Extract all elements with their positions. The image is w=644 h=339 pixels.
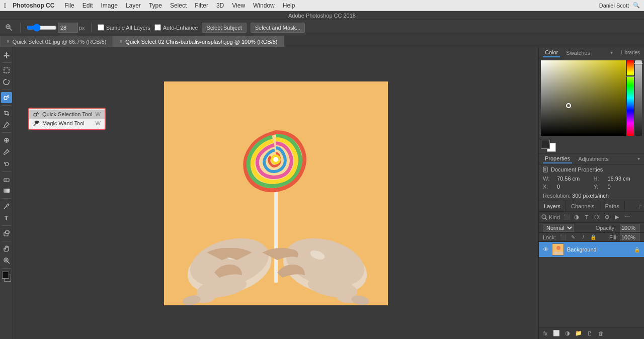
- menu-image[interactable]: Image: [97, 0, 121, 11]
- tooltip-magic-wand-label: Magic Wand Tool: [42, 120, 85, 126]
- layer-visibility-eye[interactable]: 👁: [543, 246, 549, 253]
- layers-tab[interactable]: Layers: [539, 201, 566, 211]
- layers-panel-menu[interactable]: ≡: [637, 201, 644, 211]
- lasso-tool[interactable]: [1, 76, 12, 88]
- select-mask-button[interactable]: Select and Mask...: [251, 23, 305, 33]
- menu-type[interactable]: Type: [145, 0, 166, 11]
- tab-doc-2[interactable]: × Quick Select 02 Chris-barbalis-unsplas…: [113, 36, 284, 47]
- auto-enhance-label: Auto-Enhance: [163, 25, 198, 31]
- delete-layer-icon[interactable]: 🗑: [596, 329, 605, 338]
- menu-view[interactable]: View: [228, 0, 249, 11]
- more-icon[interactable]: ⋯: [622, 213, 631, 222]
- healing-tool[interactable]: [1, 135, 12, 146]
- eyedropper-tool[interactable]: [1, 119, 12, 130]
- menu-layer[interactable]: Layer: [122, 0, 145, 11]
- blend-mode-select[interactable]: Normal: [543, 224, 574, 232]
- foreground-color-box[interactable]: [541, 140, 550, 149]
- paths-tab[interactable]: Paths: [600, 201, 625, 211]
- lock-position-icon[interactable]: ✎: [569, 233, 577, 241]
- shape-tool[interactable]: [1, 228, 12, 239]
- clone-tool[interactable]: [1, 158, 12, 169]
- hue-slider[interactable]: [627, 60, 634, 136]
- tool-sep-2: [2, 90, 11, 90]
- tab-doc-1[interactable]: × Quick Select 01.jpg @ 66.7% (RGB/8): [0, 36, 113, 47]
- title-text: Adobe Photoshop CC 2018: [288, 13, 356, 19]
- channels-tab[interactable]: Channels: [566, 201, 600, 211]
- brush-tool[interactable]: [1, 146, 12, 157]
- apple-icon[interactable]: : [4, 2, 7, 10]
- y-label: Y:: [594, 184, 604, 190]
- pixel-filter-icon[interactable]: ⬛: [562, 213, 571, 222]
- brush-size-slider[interactable]: [27, 24, 57, 31]
- search-icon: [541, 214, 548, 221]
- color-tab[interactable]: Color: [543, 48, 560, 57]
- menu-help[interactable]: Help: [279, 0, 299, 11]
- color-panel: Color Swatches ▾ Libraries: [539, 47, 644, 153]
- tab-doc-1-label: Quick Select 01.jpg @ 66.7% (RGB/8): [13, 39, 107, 45]
- crop-tool[interactable]: [1, 108, 12, 119]
- type-icon: T: [5, 214, 9, 222]
- new-layer-icon[interactable]: 🗋: [585, 329, 594, 338]
- smart-filter-icon[interactable]: ⊕: [602, 213, 611, 222]
- zoom-tool[interactable]: [1, 255, 12, 266]
- color-gradient-picker[interactable]: [541, 60, 626, 136]
- eraser-tool[interactable]: [1, 174, 12, 185]
- search-icon[interactable]: 🔍: [633, 2, 640, 9]
- menu-3d[interactable]: 3D: [212, 0, 228, 11]
- lock-all-icon[interactable]: 🔒: [589, 233, 597, 241]
- tab-doc-1-close[interactable]: ×: [7, 39, 10, 44]
- pen-tool[interactable]: [1, 201, 12, 212]
- properties-collapse-icon[interactable]: ▾: [637, 156, 640, 161]
- gradient-tool[interactable]: [1, 185, 12, 196]
- menu-window[interactable]: Window: [249, 0, 279, 11]
- type-filter-icon[interactable]: T: [582, 213, 591, 222]
- type-tool[interactable]: T: [1, 212, 12, 223]
- move-tool[interactable]: [1, 49, 12, 60]
- new-group-icon[interactable]: 📁: [574, 329, 583, 338]
- select-subject-button[interactable]: Select Subject: [202, 23, 246, 33]
- tooltip-quick-select[interactable]: Quick Selection Tool W: [29, 110, 105, 119]
- tab-doc-2-label: Quick Select 02 Chris-barbalis-unsplash.…: [125, 39, 277, 45]
- quick-select-tool[interactable]: [1, 92, 12, 103]
- lock-pixels-icon[interactable]: ⬛: [559, 233, 567, 241]
- fg-bg-color-boxes[interactable]: [541, 140, 556, 152]
- menu-file[interactable]: File: [60, 0, 78, 11]
- video-filter-icon[interactable]: ▶: [612, 213, 621, 222]
- svg-point-62: [553, 251, 558, 255]
- layer-item-background[interactable]: 👁 Background 🔒: [539, 242, 644, 257]
- lock-row: Lock: ⬛ ✎ / 🔒 Fill:: [539, 233, 644, 242]
- right-panel: Color Swatches ▾ Libraries: [538, 47, 644, 339]
- new-fill-icon[interactable]: ◑: [563, 329, 572, 338]
- hand-tool[interactable]: [1, 243, 12, 255]
- opacity-input[interactable]: [620, 224, 640, 232]
- properties-tab[interactable]: Properties: [543, 154, 572, 163]
- add-style-icon[interactable]: fx: [541, 329, 550, 338]
- lock-artboards-icon[interactable]: /: [579, 233, 587, 241]
- swatches-tab[interactable]: Swatches: [564, 49, 592, 57]
- brush-size-input[interactable]: [58, 23, 78, 33]
- menu-filter[interactable]: Filter: [191, 0, 212, 11]
- foreground-background-colors[interactable]: [1, 272, 12, 282]
- foreground-color-swatch[interactable]: [2, 272, 9, 279]
- sample-all-layers-group: Sample All Layers: [98, 24, 150, 31]
- w-label: W:: [543, 176, 553, 182]
- libraries-button[interactable]: Libraries: [621, 50, 640, 55]
- auto-enhance-checkbox[interactable]: [154, 24, 161, 31]
- add-mask-icon[interactable]: ⬜: [552, 329, 561, 338]
- properties-panel: Properties Adjustments ▾ Document Proper…: [539, 153, 644, 201]
- tab-doc-2-close[interactable]: ×: [119, 39, 122, 44]
- menu-select[interactable]: Select: [166, 0, 191, 11]
- adjustments-tab[interactable]: Adjustments: [576, 155, 611, 163]
- sample-all-layers-checkbox[interactable]: [98, 24, 104, 31]
- shape-filter-icon[interactable]: ⬡: [592, 213, 601, 222]
- canvas-image[interactable]: [164, 81, 388, 305]
- panel-collapse-icon[interactable]: ▾: [610, 50, 613, 55]
- fill-input[interactable]: [620, 233, 640, 241]
- svg-line-34: [37, 113, 39, 114]
- color-swatches-row: [539, 139, 644, 153]
- adjustment-filter-icon[interactable]: ◑: [572, 213, 581, 222]
- menu-edit[interactable]: Edit: [78, 0, 97, 11]
- alpha-slider[interactable]: [635, 60, 642, 136]
- tooltip-magic-wand[interactable]: Magic Wand Tool W: [29, 119, 105, 128]
- marquee-tool[interactable]: [1, 65, 12, 76]
